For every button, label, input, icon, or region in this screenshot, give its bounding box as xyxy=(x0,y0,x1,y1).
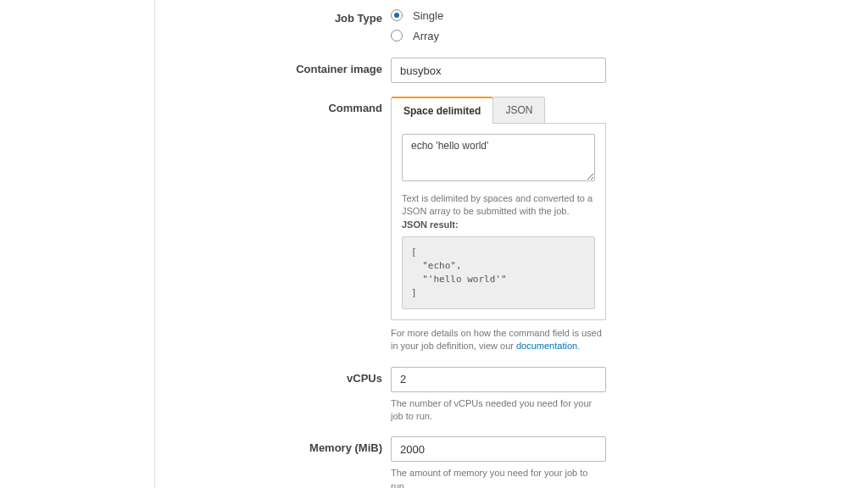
radio-array-label: Array xyxy=(413,30,439,42)
label-command: Command xyxy=(155,97,391,114)
job-type-radio-group: Single Array xyxy=(391,7,443,44)
row-vcpus: vCPUs The number of vCPUs needed you nee… xyxy=(155,367,868,424)
radio-single-icon xyxy=(391,9,403,21)
radio-option-array[interactable]: Array xyxy=(391,27,443,44)
command-footer: For more details on how the command fiel… xyxy=(391,327,606,353)
row-command: Command Space delimited JSON echo 'hello… xyxy=(155,97,868,353)
form-container: Job Type Single Array Container image Co… xyxy=(154,0,868,488)
radio-array-icon xyxy=(391,30,403,42)
container-image-input[interactable] xyxy=(391,58,606,83)
json-result-box: [ "echo", "'hello world'" ] xyxy=(402,236,595,309)
command-help: Text is delimited by spaces and converte… xyxy=(402,192,595,231)
documentation-link[interactable]: documentation xyxy=(516,341,577,351)
command-tabs: Space delimited JSON echo 'hello world' … xyxy=(391,97,606,320)
label-container-image: Container image xyxy=(155,58,391,75)
memory-input[interactable] xyxy=(391,436,606,462)
vcpus-help: The number of vCPUs needed you need for … xyxy=(391,397,603,424)
tab-space-delimited[interactable]: Space delimited xyxy=(391,97,493,124)
tab-json[interactable]: JSON xyxy=(492,97,545,123)
row-container-image: Container image xyxy=(155,58,868,83)
label-vcpus: vCPUs xyxy=(155,367,391,385)
label-memory: Memory (MiB) xyxy=(155,436,391,454)
row-memory: Memory (MiB) The amount of memory you ne… xyxy=(155,436,868,488)
row-job-type: Job Type Single Array xyxy=(155,7,868,44)
radio-option-single[interactable]: Single xyxy=(391,7,443,24)
memory-help: The amount of memory you need for your j… xyxy=(391,467,603,488)
label-job-type: Job Type xyxy=(155,7,391,25)
vcpus-input[interactable] xyxy=(391,367,606,392)
command-textarea[interactable]: echo 'hello world' xyxy=(402,134,595,181)
radio-single-label: Single xyxy=(413,9,443,22)
command-tab-body: echo 'hello world' Text is delimited by … xyxy=(391,124,606,320)
